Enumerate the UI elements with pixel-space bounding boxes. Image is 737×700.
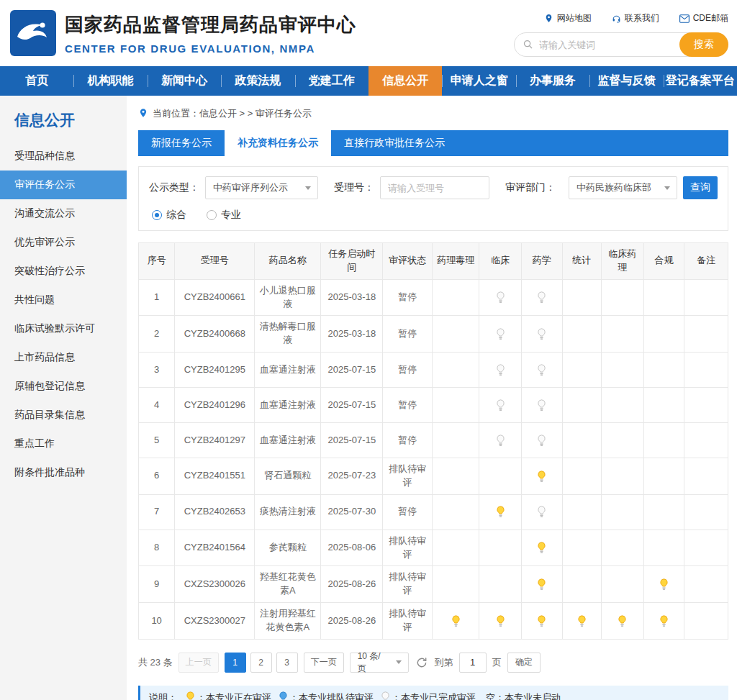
nav-item-2[interactable]: 新闻中心 [148, 66, 221, 96]
cell-drug-name: 痰热清注射液 [255, 494, 321, 529]
cell-drug-name: 血塞通注射液 [255, 423, 321, 458]
sidebar-item-0[interactable]: 受理品种信息 [0, 142, 127, 171]
col-header-7: 药学 [521, 243, 562, 280]
bulb-gray-icon [537, 399, 546, 410]
cell-status: 排队待审评 [383, 458, 433, 495]
sidebar-item-3[interactable]: 优先审评公示 [0, 228, 127, 257]
cell-specialty-2 [521, 566, 562, 603]
radio-label: 专业 [221, 209, 241, 222]
cell-specialty-4 [601, 458, 643, 495]
cell-specialty-5 [643, 494, 684, 529]
cell-start-date: 2025-07-15 [321, 388, 383, 423]
site-header: 国家药品监督管理局药品审评中心 CENTER FOR DRUG EVALUATI… [0, 0, 737, 66]
legend-text: ：本专业排队待审评 [289, 691, 374, 700]
next-page-button[interactable]: 下一页 [304, 653, 344, 673]
sidebar-item-6[interactable]: 临床试验默示许可 [0, 314, 127, 343]
review-dept-label: 审评部门： [505, 181, 556, 194]
main-content: 当前位置：信息公开 > > 审评任务公示 新报任务公示补充资料任务公示直接行政审… [127, 96, 737, 700]
sidebar-item-5[interactable]: 共性问题 [0, 286, 127, 314]
cell-specialty-0 [433, 316, 479, 353]
mode-radio-1[interactable]: 专业 [207, 209, 241, 222]
cell-remark [684, 529, 728, 566]
page-number-3[interactable]: 3 [276, 653, 298, 673]
page-size-select[interactable]: 10 条/页 [350, 653, 409, 673]
bulb-yellow-icon [451, 615, 461, 626]
legend-item-gray: ：本专业已完成审评 [381, 691, 476, 700]
cell-status: 排队待审评 [383, 529, 433, 566]
table-row: 6CYZB2401551肾石通颗粒2025-07-23排队待审评 [139, 458, 728, 495]
sidebar-item-7[interactable]: 上市药品信息 [0, 343, 127, 372]
page-number-2[interactable]: 2 [250, 653, 272, 673]
sidebar-item-8[interactable]: 原辅包登记信息 [0, 372, 127, 401]
legend-bulb-gray-icon [381, 691, 390, 700]
nav-item-0[interactable]: 首页 [0, 66, 73, 96]
nav-item-8[interactable]: 监督与反馈 [589, 66, 663, 96]
tab-1[interactable]: 补充资料任务公示 [225, 130, 331, 156]
acceptance-no-input[interactable] [380, 176, 489, 199]
bulb-gray-icon [537, 364, 546, 375]
cell-specialty-4 [601, 423, 643, 458]
task-tabs: 新报任务公示补充资料任务公示直接行政审批任务公示 [138, 130, 728, 156]
cell-acceptance-no: CXZS2300027 [175, 603, 255, 640]
cell-specialty-2 [521, 603, 562, 640]
sidebar-item-9[interactable]: 药品目录集信息 [0, 401, 127, 429]
cell-specialty-1 [479, 388, 522, 423]
sidebar-item-10[interactable]: 重点工作 [0, 429, 127, 458]
refresh-button[interactable] [415, 655, 429, 670]
search-button[interactable]: 搜索 [679, 32, 728, 57]
nav-item-9[interactable]: 登记备案平台 [664, 66, 737, 96]
bulb-gray-icon [537, 435, 546, 445]
prev-page-button[interactable]: 上一页 [178, 653, 219, 673]
cell-specialty-0 [433, 529, 479, 566]
goto-page-input[interactable] [459, 653, 487, 673]
page-number-1[interactable]: 1 [225, 653, 246, 673]
mode-radio-0[interactable]: 综合 [152, 209, 186, 222]
cell-specialty-4 [601, 603, 643, 640]
col-header-2: 药品名称 [255, 243, 321, 280]
sidebar-item-2[interactable]: 沟通交流公示 [0, 199, 127, 228]
page: 国家药品监督管理局药品审评中心 CENTER FOR DRUG EVALUATI… [0, 0, 737, 700]
sidebar: 信息公开 受理品种信息审评任务公示沟通交流公示优先审评公示突破性治疗公示共性问题… [0, 96, 127, 700]
cell-seq: 7 [139, 494, 175, 529]
cell-specialty-5 [643, 566, 684, 603]
publicity-type-select[interactable]: 中药审评序列公示 [205, 176, 318, 199]
main-nav: 首页机构职能新闻中心政策法规党建工作信息公开申请人之窗办事服务监督与反馈登记备案… [0, 66, 737, 96]
nav-item-1[interactable]: 机构职能 [73, 66, 147, 96]
tab-2[interactable]: 直接行政审批任务公示 [331, 130, 458, 156]
cell-acceptance-no: CYZB2400661 [175, 279, 255, 316]
sidebar-item-4[interactable]: 突破性治疗公示 [0, 257, 127, 286]
nav-item-6[interactable]: 申请人之窗 [442, 66, 515, 96]
header-link-1[interactable]: 联系我们 [612, 12, 659, 24]
cell-specialty-3 [562, 458, 601, 495]
query-button[interactable]: 查询 [683, 176, 718, 199]
confirm-button[interactable]: 确定 [507, 653, 541, 673]
cell-start-date: 2025-03-18 [321, 316, 383, 353]
bulb-yellow-icon [496, 506, 505, 517]
col-header-8: 统计 [562, 243, 601, 280]
table-row: 5CYZB2401297血塞通注射液2025-07-15暂停 [139, 423, 728, 458]
nav-item-7[interactable]: 办事服务 [516, 66, 589, 96]
cell-drug-name: 肾石通颗粒 [255, 458, 321, 495]
nav-item-5[interactable]: 信息公开 [368, 66, 442, 96]
cell-status: 暂停 [383, 353, 433, 388]
col-header-4: 审评状态 [383, 243, 433, 280]
bulb-yellow-icon [537, 470, 546, 481]
nav-item-4[interactable]: 党建工作 [295, 66, 368, 96]
bulb-gray-icon [537, 291, 546, 302]
cell-start-date: 2025-08-26 [321, 566, 383, 603]
header-link-0[interactable]: 网站地图 [544, 12, 592, 24]
bulb-yellow-icon [618, 615, 627, 626]
cde-logo-icon[interactable] [10, 10, 56, 56]
review-dept-select[interactable]: 中药民族药临床部 [569, 176, 677, 199]
bulb-yellow-icon [659, 615, 669, 626]
cell-start-date: 2025-08-06 [321, 529, 383, 566]
sidebar-item-1[interactable]: 审评任务公示 [0, 171, 127, 199]
sidebar-item-11[interactable]: 附条件批准品种 [0, 458, 127, 487]
header-link-2[interactable]: CDE邮箱 [679, 12, 728, 24]
bulb-yellow-icon [537, 578, 546, 589]
legend-text: ：本专业正在审评 [196, 691, 271, 700]
header-quick-links: 网站地图联系我们CDE邮箱 [544, 12, 728, 24]
cell-specialty-5 [643, 529, 684, 566]
nav-item-3[interactable]: 政策法规 [221, 66, 294, 96]
tab-0[interactable]: 新报任务公示 [138, 130, 225, 156]
